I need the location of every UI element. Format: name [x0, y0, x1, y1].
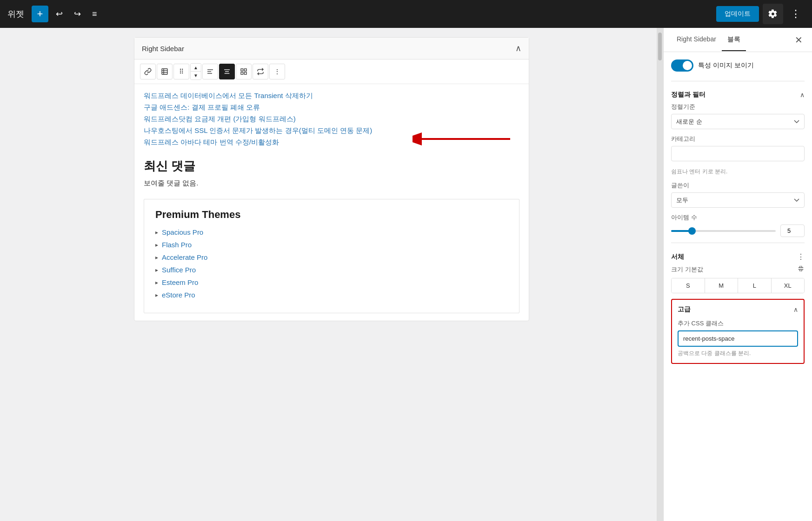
widget-header: Right Sidebar ∧ — [134, 38, 529, 59]
list-view-button[interactable]: ≡ — [88, 7, 101, 22]
widget-card: Right Sidebar ∧ — [134, 37, 529, 321]
toolbar-title: 위젯 — [7, 8, 24, 20]
theme-link[interactable]: eStore Pro — [162, 291, 195, 299]
sort-filter-header[interactable]: 정렬과 필터 ∧ — [671, 85, 805, 103]
theme-link[interactable]: Esteem Pro — [162, 278, 198, 286]
size-m-button[interactable]: M — [705, 278, 739, 293]
category-note: 쉼표나 엔터 키로 분리. — [671, 168, 727, 175]
size-label: 크기 기본값 — [671, 265, 703, 274]
post-link[interactable]: 구글 애드센스: 결제 프로필 폐쇄 오류 — [144, 103, 260, 111]
items-slider[interactable] — [671, 230, 776, 232]
advanced-chevron-icon[interactable]: ∧ — [793, 306, 798, 313]
list-item: Flash Pro — [155, 241, 508, 249]
move-arrows-button[interactable]: ▲ ▼ — [190, 63, 201, 80]
more-options-button[interactable]: ⋮ — [787, 6, 805, 22]
transform-icon — [257, 68, 264, 75]
advanced-section: 고급 ∧ 추가 CSS 클래스 공백으로 다중 클래스를 분리. — [671, 299, 805, 364]
undo-button[interactable]: ↩ — [52, 6, 67, 22]
size-row: 크기 기본값 — [671, 265, 805, 274]
size-s-button[interactable]: S — [672, 278, 705, 293]
block-toolbar: ⠿ ▲ ▼ — [134, 59, 529, 84]
list-item: 구글 애드센스: 결제 프로필 폐쇄 오류 — [144, 103, 519, 112]
tab-block[interactable]: 블록 — [722, 29, 746, 51]
post-link[interactable]: 워드프레스 아바다 테마 번역 수정/비활성화 — [144, 138, 279, 146]
update-button[interactable]: 업데이트 — [716, 6, 759, 22]
panel-close-button[interactable]: ✕ — [793, 33, 805, 47]
sort-label: 정렬기준 — [671, 103, 805, 111]
table-icon — [161, 68, 168, 75]
drag-handle-button[interactable]: ⠿ — [173, 64, 189, 79]
move-up-button[interactable]: ▲ — [191, 64, 201, 72]
sort-select[interactable]: 새로운 순 오래된 순 제목 순 — [671, 114, 805, 129]
tab-right-sidebar[interactable]: Right Sidebar — [671, 29, 722, 51]
list-item: Suffice Pro — [155, 266, 508, 274]
post-link[interactable]: 워드프레스닷컴 요금제 개편 (가입형 워드프레스) — [144, 115, 296, 123]
featured-image-toggle[interactable] — [671, 59, 693, 72]
size-l-button[interactable]: L — [738, 278, 772, 293]
svg-rect-10 — [241, 69, 243, 71]
list-item: 워드프레스닷컴 요금제 개편 (가입형 워드프레스) — [144, 115, 519, 124]
more-block-options-button[interactable]: ⋮ — [269, 64, 285, 79]
premium-themes-list: Spacious Pro Flash Pro Accelerate Pro Su… — [155, 228, 508, 299]
typography-more-button[interactable]: ⋮ — [797, 252, 805, 261]
close-icon: ✕ — [795, 35, 803, 45]
slider-thumb[interactable] — [688, 227, 696, 235]
theme-link[interactable]: Accelerate Pro — [162, 253, 207, 261]
align-left-button[interactable] — [202, 64, 218, 79]
transform-button[interactable] — [253, 64, 268, 79]
toolbar-left: 위젯 + ↩ ↪ ≡ — [7, 6, 101, 22]
scrollbar-thumb[interactable] — [658, 33, 662, 60]
premium-themes-title: Premium Themes — [155, 209, 508, 221]
widget-content: 워드프레스 데이터베이스에서 모든 Transient 삭제하기 구글 애드센스… — [134, 84, 529, 321]
main-layout: Right Sidebar ∧ — [0, 28, 812, 521]
table-tool-button[interactable] — [157, 64, 173, 79]
settings-button[interactable] — [763, 4, 783, 24]
list-item: eStore Pro — [155, 291, 508, 299]
css-class-input[interactable] — [678, 330, 798, 347]
divider-2 — [671, 243, 805, 243]
items-count-label: 아이템 수 — [671, 213, 805, 222]
top-toolbar: 위젯 + ↩ ↪ ≡ 업데이트 ⋮ — [0, 0, 812, 28]
link-tool-button[interactable] — [140, 64, 156, 79]
editor-area[interactable]: Right Sidebar ∧ — [0, 28, 663, 521]
category-label: 카테고리 — [671, 135, 805, 143]
sort-filter-title: 정렬과 필터 — [671, 91, 706, 99]
grid-icon — [240, 68, 247, 75]
svg-rect-13 — [244, 72, 246, 74]
align-center-icon — [223, 68, 231, 75]
list-item: 나우호스팅에서 SSL 인증서 문제가 발생하는 경우(멀티 도메인 연동 문제… — [144, 126, 519, 135]
svg-rect-0 — [162, 69, 167, 74]
category-input[interactable] — [671, 146, 805, 161]
post-link[interactable]: 워드프레스 데이터베이스에서 모든 Transient 삭제하기 — [144, 92, 313, 99]
panel-tabs: Right Sidebar 블록 ✕ — [664, 28, 812, 52]
grid-view-button[interactable] — [236, 64, 252, 79]
sort-filter-chevron-icon: ∧ — [800, 91, 805, 99]
theme-link[interactable]: Flash Pro — [162, 241, 192, 249]
svg-rect-11 — [244, 69, 246, 71]
premium-themes-section: Premium Themes Spacious Pro Flash Pro Ac… — [144, 199, 519, 313]
collapse-widget-button[interactable]: ∧ — [515, 43, 521, 53]
css-class-note: 공백으로 다중 클래스를 분리. — [678, 350, 798, 357]
move-down-button[interactable]: ▼ — [191, 72, 201, 79]
panel-content: 특성 이미지 보이기 정렬과 필터 ∧ 정렬기준 새로운 순 오래된 순 제목 … — [664, 52, 812, 521]
svg-rect-12 — [241, 72, 243, 74]
theme-link[interactable]: Spacious Pro — [162, 228, 203, 236]
comments-section-title: 최신 댓글 — [144, 158, 519, 174]
size-xl-button[interactable]: XL — [772, 278, 805, 293]
post-link[interactable]: 나우호스팅에서 SSL 인증서 문제가 발생하는 경우(멀티 도메인 연동 문제… — [144, 126, 372, 134]
css-class-label: 추가 CSS 클래스 — [678, 319, 798, 328]
advanced-header: 고급 ∧ — [678, 305, 798, 314]
items-number-input[interactable] — [780, 224, 805, 237]
theme-link[interactable]: Suffice Pro — [162, 266, 196, 274]
add-block-button[interactable]: + — [32, 6, 48, 22]
redo-button[interactable]: ↪ — [70, 6, 85, 22]
right-panel: Right Sidebar 블록 ✕ 특성 이미지 보이기 정렬과 필터 ∧ — [663, 28, 812, 521]
list-item: Esteem Pro — [155, 278, 508, 286]
author-select[interactable]: 모두 특정 글쓴이 — [671, 192, 805, 208]
size-reset-button[interactable] — [797, 265, 805, 274]
typography-header[interactable]: 서체 ⋮ — [671, 247, 805, 265]
align-center-button[interactable] — [219, 64, 235, 79]
scrollbar-track[interactable] — [657, 28, 663, 521]
toolbar-right: 업데이트 ⋮ — [716, 4, 805, 24]
list-item: Accelerate Pro — [155, 253, 508, 261]
